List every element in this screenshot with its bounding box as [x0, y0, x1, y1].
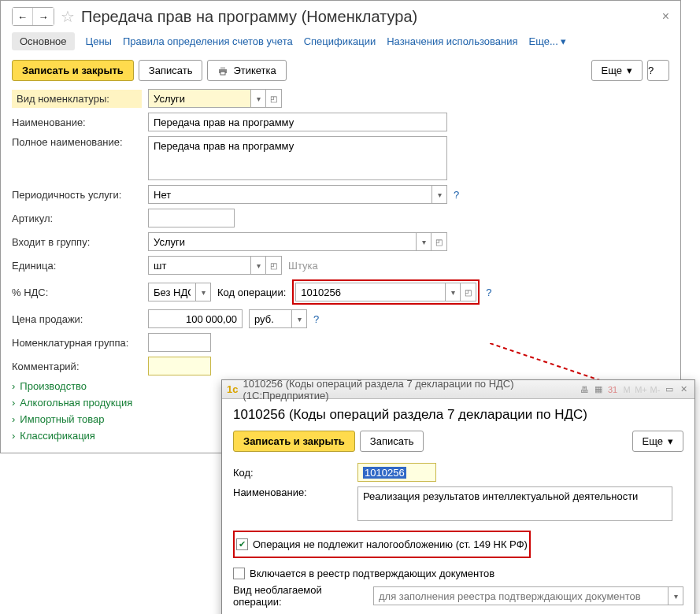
comment-label: Комментарий: [12, 361, 142, 372]
open-icon[interactable]: ◰ [266, 89, 282, 108]
popup-code-input[interactable]: 1010256 [357, 463, 436, 482]
open-icon[interactable]: ◰ [431, 232, 447, 251]
window-title: Передача прав на программу (Номенклатура… [81, 8, 417, 26]
popup-save-button[interactable]: Записать [360, 431, 424, 452]
dropdown-icon[interactable]: ▾ [445, 283, 461, 301]
vat-input[interactable] [148, 283, 195, 301]
type-label: Вид номенклатуры: [12, 90, 142, 108]
tab-more[interactable]: Еще... ▾ [528, 35, 566, 47]
popup-titlebar: 1c 1010256 (Коды операций раздела 7 декл… [222, 380, 694, 399]
opcode-label: Код операции: [217, 287, 286, 298]
calc-icon[interactable]: ▦ [592, 383, 605, 396]
calendar-icon[interactable]: 31 [606, 383, 619, 396]
dropdown-icon[interactable]: ▾ [195, 283, 211, 301]
dropdown-icon[interactable]: ▾ [291, 309, 307, 328]
m-icon[interactable]: M [620, 383, 633, 396]
close-icon[interactable]: × [662, 9, 669, 24]
chevron-right-icon: › [12, 430, 15, 442]
back-button[interactable]: ← [13, 8, 33, 25]
dropdown-icon[interactable]: ▾ [250, 256, 266, 275]
printer-icon [217, 66, 228, 76]
unit-label: Единица: [12, 260, 142, 272]
article-label: Артикул: [12, 213, 142, 224]
checkbox-tax-exempt[interactable]: ✔ [236, 538, 248, 550]
popup-more-button[interactable]: Еще ▾ [632, 431, 683, 452]
unit-hint: Штука [288, 260, 318, 272]
chevron-right-icon: › [12, 397, 15, 409]
optype-label: Вид необлагаемой операции: [233, 584, 367, 608]
name-input[interactable] [148, 113, 447, 131]
print-icon[interactable]: 🖶 [578, 383, 591, 396]
tab-main[interactable]: Основное [12, 32, 75, 50]
label-button[interactable]: Этикетка [207, 60, 286, 81]
dropdown-icon[interactable]: ▾ [668, 586, 683, 605]
nav-buttons: ← → [12, 7, 54, 26]
dropdown-icon[interactable]: ▾ [431, 185, 447, 204]
tab-rules[interactable]: Правила определения счетов учета [123, 35, 293, 47]
fullname-input[interactable]: Передача прав на программу [148, 136, 447, 180]
popup-name-input[interactable]: Реализация результатов интеллектуальной … [357, 486, 672, 521]
name-label: Наименование: [12, 117, 142, 128]
popup-save-close-button[interactable]: Записать и закрыть [233, 431, 355, 452]
more-button[interactable]: Еще ▾ [591, 60, 643, 81]
minimize-icon[interactable]: ▭ [663, 383, 676, 396]
period-input[interactable] [148, 185, 431, 204]
tab-prices[interactable]: Цены [86, 35, 112, 47]
m-plus-icon[interactable]: M+ [635, 383, 647, 396]
cb1-label: Операция не подлежит налогообложению (ст… [253, 538, 528, 550]
app-icon: 1c [227, 383, 238, 395]
group-label: Входит в группу: [12, 236, 142, 248]
help-link[interactable]: ? [454, 189, 459, 201]
dropdown-icon[interactable]: ▾ [250, 89, 266, 108]
help-button[interactable]: ? [647, 60, 669, 81]
open-icon[interactable]: ◰ [266, 256, 282, 275]
chevron-right-icon: › [12, 413, 15, 425]
article-input[interactable] [148, 209, 235, 227]
popup-tb-title: 1010256 (Коды операций раздела 7 деклара… [243, 378, 573, 401]
currency-input[interactable] [249, 309, 291, 328]
svg-rect-1 [220, 67, 225, 69]
type-input[interactable] [148, 89, 250, 108]
highlight-opcode: ▾ ◰ [292, 279, 480, 305]
tab-assign[interactable]: Назначения использования [387, 35, 517, 47]
tabs: Основное Цены Правила определения счетов… [12, 32, 669, 50]
close-icon[interactable]: ✕ [677, 383, 690, 396]
optype-input[interactable] [373, 586, 668, 605]
help-link[interactable]: ? [313, 313, 319, 325]
open-icon[interactable]: ◰ [461, 283, 476, 301]
cb2-label: Включается в реестр подтверждающих докум… [250, 568, 494, 579]
fullname-label: Полное наименование: [12, 136, 142, 148]
opcode-input[interactable] [295, 283, 445, 301]
help-link[interactable]: ? [486, 287, 491, 298]
popup-window: 1c 1010256 (Коды операций раздела 7 декл… [221, 379, 695, 614]
save-close-button[interactable]: Записать и закрыть [12, 60, 134, 81]
save-button[interactable]: Записать [139, 60, 203, 81]
chevron-right-icon: › [12, 380, 15, 392]
popup-name-label: Наименование: [233, 486, 351, 498]
comment-input[interactable] [148, 357, 211, 375]
forward-button[interactable]: → [33, 8, 54, 25]
group-input[interactable] [148, 232, 416, 251]
unit-input[interactable] [148, 256, 250, 275]
price-input[interactable] [148, 309, 243, 328]
popup-code-label: Код: [233, 467, 351, 479]
period-label: Периодичность услуги: [12, 189, 142, 201]
highlight-checkbox: ✔ Операция не подлежит налогообложению (… [233, 531, 531, 558]
nomgroup-label: Номенклатурная группа: [12, 337, 142, 349]
toolbar: Записать и закрыть Записать Этикетка Еще… [12, 60, 669, 81]
dropdown-icon[interactable]: ▾ [416, 232, 431, 251]
popup-heading: 1010256 (Коды операций раздела 7 деклара… [233, 407, 683, 423]
tab-specs[interactable]: Спецификации [304, 35, 376, 47]
vat-label: % НДС: [12, 287, 142, 298]
m-minus-icon[interactable]: M- [649, 383, 661, 396]
titlebar: ← → ☆ Передача прав на программу (Номенк… [12, 7, 669, 26]
star-icon[interactable]: ☆ [61, 7, 75, 26]
nomgroup-input[interactable] [148, 333, 211, 352]
checkbox-registry[interactable] [233, 568, 245, 579]
price-label: Цена продажи: [12, 313, 142, 325]
svg-rect-2 [220, 72, 225, 75]
